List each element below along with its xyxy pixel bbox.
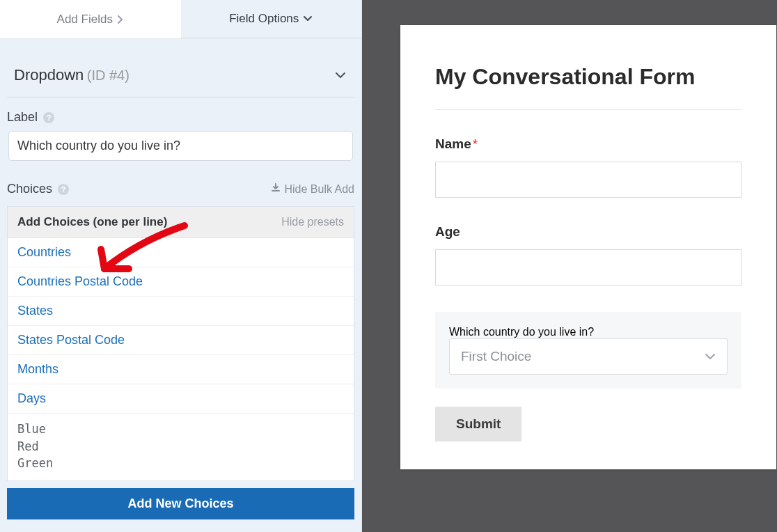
field-name: Name* — [435, 136, 741, 198]
chevron-right-icon — [117, 15, 124, 24]
field-label-name: Name* — [435, 136, 741, 152]
editor-tabs: Add Fields Field Options — [0, 0, 361, 38]
field-label: Label — [7, 110, 38, 125]
label-field-block: Label ? — [0, 97, 361, 161]
name-input[interactable] — [435, 162, 741, 198]
submit-button[interactable]: Submit — [435, 407, 521, 441]
preset-days[interactable]: Days — [8, 384, 354, 414]
tab-label: Field Options — [229, 12, 299, 26]
preset-states[interactable]: States — [8, 297, 354, 326]
preset-countries[interactable]: Countries — [8, 238, 354, 267]
age-input[interactable] — [435, 249, 741, 285]
dropdown-selected-value: First Choice — [461, 349, 531, 364]
help-icon[interactable]: ? — [43, 112, 54, 123]
choices-header-row: Choices ? Hide Bulk Add — [0, 161, 361, 203]
country-dropdown[interactable]: First Choice — [449, 338, 728, 375]
left-panel: Add Fields Field Options Dropdown (ID #4… — [0, 0, 362, 532]
choices-textarea[interactable] — [8, 414, 354, 478]
field-age: Age — [435, 224, 741, 285]
form-preview-card: My Conversational Form Name* Age Which c… — [400, 25, 776, 469]
chevron-down-icon — [705, 353, 716, 360]
choices-label: Choices — [7, 182, 52, 196]
section-header[interactable]: Dropdown (ID #4) — [7, 59, 354, 97]
form-title: My Conversational Form — [435, 64, 741, 90]
preset-countries-postal[interactable]: Countries Postal Code — [8, 267, 354, 297]
field-label-age: Age — [435, 224, 741, 240]
hide-bulk-add-link[interactable]: Hide Bulk Add — [271, 183, 354, 196]
chevron-down-icon — [335, 72, 346, 79]
tab-add-fields[interactable]: Add Fields — [0, 0, 181, 38]
hide-bulk-label: Hide Bulk Add — [284, 183, 354, 196]
field-label-country: Which country do you live in? — [449, 326, 594, 338]
presets-box: Add Choices (one per line) Hide presets … — [7, 206, 354, 481]
download-icon — [271, 183, 281, 196]
hide-presets-link[interactable]: Hide presets — [281, 216, 344, 228]
section-title: Dropdown — [14, 66, 84, 84]
tab-field-options[interactable]: Field Options — [181, 0, 362, 38]
preview-panel: My Conversational Form Name* Age Which c… — [362, 0, 777, 532]
help-icon[interactable]: ? — [58, 184, 69, 195]
divider — [435, 109, 741, 110]
field-country-dropdown: Which country do you live in? First Choi… — [435, 312, 741, 389]
label-input[interactable] — [8, 131, 353, 161]
chevron-down-icon — [303, 15, 313, 22]
label-text: Name — [435, 136, 471, 151]
preset-months[interactable]: Months — [8, 355, 354, 384]
preset-states-postal[interactable]: States Postal Code — [8, 326, 354, 355]
tab-label: Add Fields — [57, 13, 113, 26]
section-id: (ID #4) — [87, 68, 130, 83]
presets-title: Add Choices (one per line) — [17, 215, 167, 229]
presets-header: Add Choices (one per line) Hide presets — [8, 207, 354, 238]
add-new-choices-button[interactable]: Add New Choices — [7, 488, 354, 519]
required-mark: * — [473, 136, 478, 151]
